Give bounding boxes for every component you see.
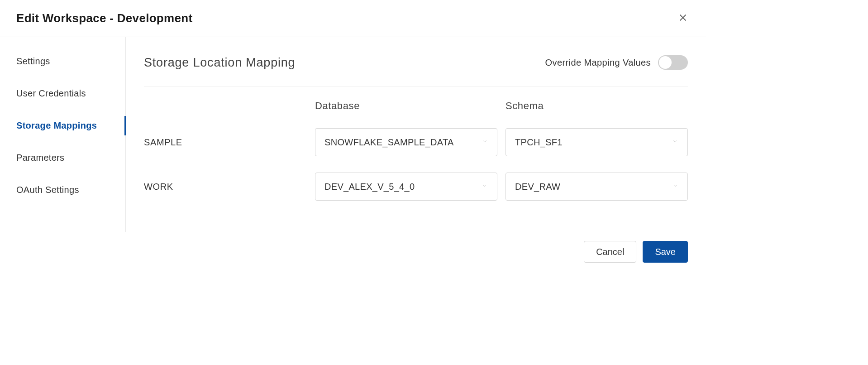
- sidebar-item-label: User Credentials: [16, 88, 86, 98]
- override-group: Override Mapping Values: [545, 55, 688, 70]
- override-mapping-toggle[interactable]: [658, 55, 688, 70]
- schema-select-sample[interactable]: TPCH_SF1: [506, 128, 688, 156]
- section-title: Storage Location Mapping: [144, 56, 295, 70]
- select-value: SNOWFLAKE_SAMPLE_DATA: [324, 137, 454, 148]
- sidebar-item-storage-mappings[interactable]: Storage Mappings: [0, 110, 125, 142]
- save-button[interactable]: Save: [643, 241, 688, 263]
- sidebar: Settings User Credentials Storage Mappin…: [0, 37, 126, 232]
- edit-workspace-dialog: Edit Workspace - Development Settings Us…: [0, 0, 706, 276]
- sidebar-item-oauth-settings[interactable]: OAuth Settings: [0, 174, 125, 206]
- column-header-database: Database: [315, 100, 497, 112]
- mapping-table: Database Schema SAMPLE SNOWFLAKE_SAMPLE_…: [144, 100, 688, 201]
- select-value: DEV_RAW: [515, 182, 560, 192]
- chevron-down-icon: [482, 182, 488, 191]
- close-icon: [678, 13, 688, 24]
- cancel-button[interactable]: Cancel: [584, 241, 636, 263]
- select-value: TPCH_SF1: [515, 137, 563, 148]
- sidebar-item-parameters[interactable]: Parameters: [0, 142, 125, 174]
- chevron-down-icon: [672, 182, 678, 191]
- select-value: DEV_ALEX_V_5_4_0: [324, 182, 415, 192]
- sidebar-item-settings[interactable]: Settings: [0, 45, 125, 77]
- dialog-footer: Cancel Save: [0, 232, 706, 276]
- row-label-work: WORK: [144, 182, 307, 192]
- dialog-title: Edit Workspace - Development: [16, 11, 192, 25]
- sidebar-item-label: Storage Mappings: [16, 120, 97, 130]
- column-header-schema: Schema: [506, 100, 688, 112]
- section-header: Storage Location Mapping Override Mappin…: [144, 55, 688, 86]
- main-panel: Storage Location Mapping Override Mappin…: [126, 37, 706, 232]
- sidebar-item-label: Parameters: [16, 153, 64, 163]
- dialog-body: Settings User Credentials Storage Mappin…: [0, 37, 706, 232]
- close-button[interactable]: [676, 11, 690, 26]
- sidebar-item-label: Settings: [16, 56, 50, 66]
- row-label-sample: SAMPLE: [144, 137, 307, 148]
- schema-select-work[interactable]: DEV_RAW: [506, 173, 688, 201]
- chevron-down-icon: [672, 138, 678, 146]
- button-label: Cancel: [596, 247, 624, 257]
- sidebar-item-user-credentials[interactable]: User Credentials: [0, 77, 125, 110]
- database-select-work[interactable]: DEV_ALEX_V_5_4_0: [315, 173, 497, 201]
- button-label: Save: [655, 247, 676, 257]
- chevron-down-icon: [482, 138, 488, 146]
- sidebar-item-label: OAuth Settings: [16, 185, 79, 195]
- override-label: Override Mapping Values: [545, 58, 651, 68]
- database-select-sample[interactable]: SNOWFLAKE_SAMPLE_DATA: [315, 128, 497, 156]
- dialog-header: Edit Workspace - Development: [0, 0, 706, 37]
